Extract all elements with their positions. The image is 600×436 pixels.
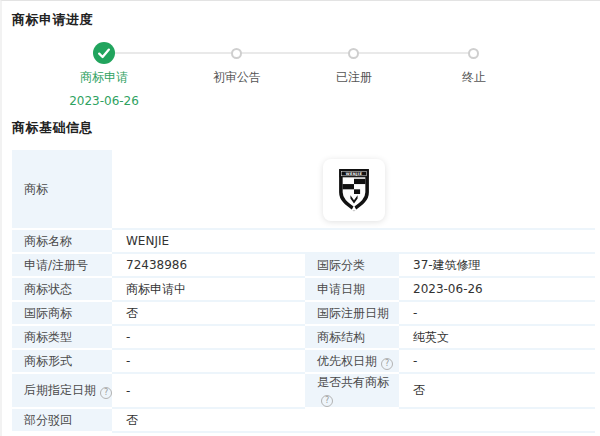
label-shared-trademark: 是否共有商标? — [305, 374, 399, 409]
value-trademark-status: 商标申请中 — [112, 278, 305, 302]
label-application-date: 申请日期 — [305, 278, 399, 302]
trademark-detail-page: 商标申请进度 商标申请 2023-06-26 初审公告 已注册 — [0, 0, 600, 436]
step-label: 商标申请 — [69, 69, 139, 86]
progress-section-title: 商标申请进度 — [12, 11, 600, 29]
value-international-trademark: 否 — [112, 302, 305, 326]
value-application-date: 2023-06-26 — [399, 278, 595, 302]
table-row: 申请/注册号 72438986 国际分类 37-建筑修理 — [12, 254, 595, 278]
step-label: 初审公告 — [213, 69, 261, 86]
help-icon[interactable]: ? — [100, 387, 112, 399]
table-row: 商标状态 商标申请中 申请日期 2023-06-26 — [12, 278, 595, 302]
trademark-info-table: 商标 WENJIE — [12, 150, 595, 433]
step-registered: 已注册 — [336, 69, 372, 86]
pending-dot-icon — [348, 48, 359, 59]
value-international-class: 37-建筑修理 — [399, 254, 595, 278]
progress-section: 商标申请进度 商标申请 2023-06-26 初审公告 已注册 — [2, 11, 600, 104]
value-shared-trademark: 否 — [399, 374, 595, 409]
basic-info-section: 商标基础信息 商标 WENJIE — [2, 119, 600, 433]
trademark-logo-image[interactable]: WENJIE — [323, 159, 385, 221]
value-later-designation-date: - — [112, 374, 305, 409]
label-trademark-structure: 商标结构 — [305, 326, 399, 350]
step-preliminary-announcement: 初审公告 — [213, 69, 261, 86]
logo-wordmark: WENJIE — [345, 172, 362, 176]
later-designation-label-text: 后期指定日期 — [24, 383, 96, 397]
step-label: 终止 — [462, 69, 486, 86]
step-terminated: 终止 — [462, 69, 486, 86]
label-trademark-form: 商标形式 — [12, 350, 112, 374]
table-row-trademark-image: 商标 WENJIE — [12, 150, 595, 230]
value-trademark-type: - — [112, 326, 305, 350]
help-icon[interactable]: ? — [381, 358, 393, 370]
table-row: 国际商标 否 国际注册日期 - — [12, 302, 595, 326]
label-trademark-name: 商标名称 — [12, 230, 112, 254]
shared-trademark-label-text: 是否共有商标 — [317, 375, 389, 389]
step-label: 已注册 — [336, 69, 372, 86]
table-row: 后期指定日期? - 是否共有商标? 否 — [12, 374, 595, 409]
pending-dot-icon — [231, 48, 242, 59]
step-trademark-application: 商标申请 2023-06-26 — [69, 69, 139, 108]
label-priority-date: 优先权日期? — [305, 350, 399, 374]
label-international-reg-date: 国际注册日期 — [305, 302, 399, 326]
table-row: 部分驳回 否 — [12, 409, 595, 433]
trademark-logo-cell: WENJIE — [112, 150, 595, 230]
progress-stepper: 商标申请 2023-06-26 初审公告 已注册 终止 — [2, 29, 600, 104]
label-trademark-status: 商标状态 — [12, 278, 112, 302]
label-international-class: 国际分类 — [305, 254, 399, 278]
check-circle-icon — [93, 42, 115, 64]
label-application-number: 申请/注册号 — [12, 254, 112, 278]
priority-date-label-text: 优先权日期 — [317, 354, 377, 368]
wenjie-shield-icon: WENJIE — [335, 167, 373, 212]
basic-info-title: 商标基础信息 — [12, 119, 600, 137]
step-date: 2023-06-26 — [69, 94, 139, 108]
table-row: 商标类型 - 商标结构 纯英文 — [12, 326, 595, 350]
label-later-designation-date: 后期指定日期? — [12, 374, 112, 409]
value-application-number: 72438986 — [112, 254, 305, 278]
label-partial-rejection: 部分驳回 — [12, 409, 112, 433]
stepper-track-line — [104, 52, 474, 54]
value-trademark-structure: 纯英文 — [399, 326, 595, 350]
label-trademark: 商标 — [12, 150, 112, 230]
value-international-reg-date: - — [399, 302, 595, 326]
pending-dot-icon — [468, 48, 479, 59]
value-trademark-form: - — [112, 350, 305, 374]
table-row: 商标形式 - 优先权日期? - — [12, 350, 595, 374]
value-priority-date: - — [399, 350, 595, 374]
table-row: 商标名称 WENJIE — [12, 230, 595, 254]
value-trademark-name: WENJIE — [112, 230, 595, 254]
label-international-trademark: 国际商标 — [12, 302, 112, 326]
label-trademark-type: 商标类型 — [12, 326, 112, 350]
value-partial-rejection: 否 — [112, 409, 595, 433]
help-icon[interactable]: ? — [321, 395, 333, 407]
